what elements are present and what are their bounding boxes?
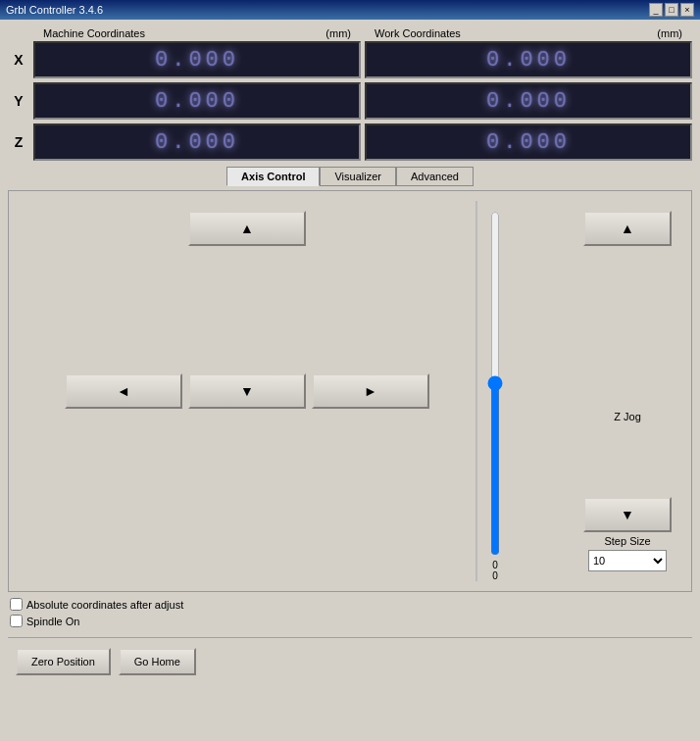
- z-slider-container: 0 0: [480, 201, 510, 581]
- slider-value-bottom: 0: [492, 570, 498, 581]
- window-controls[interactable]: _ □ ×: [649, 3, 694, 17]
- step-size-label: Step Size: [604, 535, 650, 547]
- tabs-row: Axis Control Visualizer Advanced: [8, 167, 692, 186]
- x-plus-button[interactable]: ►: [312, 373, 429, 409]
- title-text: Grbl Controller 3.4.6: [6, 4, 103, 16]
- z-jog-label: Z Jog: [614, 411, 641, 422]
- x-axis-label: X: [8, 52, 29, 68]
- y-axis-label: Y: [8, 93, 29, 109]
- spindle-on-text: Spindle On: [26, 616, 79, 627]
- divider-line: [475, 201, 477, 581]
- step-size-group: Step Size 1 5 10 50 100: [588, 535, 667, 571]
- tab-advanced[interactable]: Advanced: [396, 167, 474, 186]
- minimize-button[interactable]: _: [649, 3, 663, 17]
- y-machine-display: 0.000: [33, 82, 361, 120]
- y-work-display: 0.000: [365, 82, 692, 120]
- z-minus-button[interactable]: ▼: [583, 497, 672, 532]
- z-machine-display: 0.000: [33, 124, 361, 161]
- step-size-select[interactable]: 1 5 10 50 100: [588, 550, 667, 571]
- machine-unit-label: (mm): [325, 27, 351, 39]
- work-unit-label: (mm): [657, 27, 682, 39]
- work-coord-label: Work Coordinates: [375, 27, 461, 39]
- tab-visualizer[interactable]: Visualizer: [320, 167, 396, 186]
- title-bar: Grbl Controller 3.4.6 _ □ ×: [0, 0, 700, 20]
- go-home-button[interactable]: Go Home: [119, 648, 196, 675]
- main-container: Machine Coordinates (mm) Work Coordinate…: [0, 20, 700, 689]
- zero-position-button[interactable]: Zero Position: [16, 648, 111, 675]
- spindle-on-label[interactable]: Spindle On: [10, 615, 183, 627]
- xy-jog-area: ▲ ◄ ▼ ►: [19, 201, 475, 581]
- z-axis-label: Z: [8, 134, 29, 150]
- checkbox-group: Absolute coordinates after adjust Spindl…: [10, 598, 183, 627]
- maximize-button[interactable]: □: [665, 3, 678, 17]
- x-machine-display: 0.000: [33, 41, 361, 78]
- z-jog-slider[interactable]: [485, 211, 505, 556]
- z-jog-panel: ▲ Z Jog ▼ Step Size 1 5 10 50 100: [574, 201, 681, 581]
- absolute-coord-checkbox[interactable]: [10, 598, 23, 611]
- z-work-display: 0.000: [365, 124, 692, 161]
- x-minus-button[interactable]: ◄: [65, 373, 182, 409]
- slider-value-top: 0: [492, 560, 498, 570]
- divider: [8, 637, 692, 638]
- close-button[interactable]: ×: [680, 3, 694, 17]
- absolute-coord-label[interactable]: Absolute coordinates after adjust: [10, 598, 183, 611]
- absolute-coord-text: Absolute coordinates after adjust: [26, 599, 183, 611]
- x-work-display: 0.000: [365, 41, 692, 78]
- control-panel: ▲ ◄ ▼ ► 0 0 ▲ Z Jog ▼ Step Size: [8, 190, 692, 592]
- machine-coord-label: Machine Coordinates: [43, 27, 145, 39]
- tab-axis-control[interactable]: Axis Control: [226, 167, 320, 186]
- y-plus-button[interactable]: ▲: [188, 211, 306, 246]
- bottom-controls: Absolute coordinates after adjust Spindl…: [8, 592, 692, 633]
- bottom-buttons: Zero Position Go Home: [8, 642, 692, 681]
- spindle-on-checkbox[interactable]: [10, 615, 23, 627]
- z-plus-button[interactable]: ▲: [583, 211, 672, 246]
- y-minus-button[interactable]: ▼: [188, 373, 306, 409]
